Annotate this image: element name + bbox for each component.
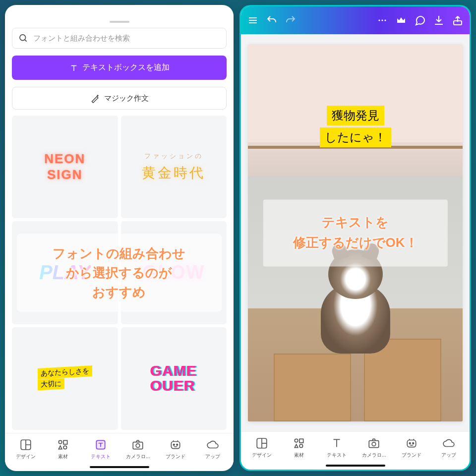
cloud-icon (442, 437, 455, 450)
undo-icon[interactable] (266, 14, 278, 26)
svg-point-18 (381, 19, 383, 21)
nav-design[interactable]: デザイン (7, 438, 45, 460)
yourself-text: あなたらしさを大切に (38, 366, 92, 390)
nav-text[interactable]: テキスト (82, 438, 119, 460)
svg-point-13 (177, 444, 178, 446)
nav-design[interactable]: デザイン (243, 437, 281, 459)
svg-point-31 (413, 443, 414, 444)
instruction-overlay: フォントの組み合わせ から選択するのが おすすめ (16, 234, 222, 312)
font-tile-gameover[interactable]: GAMEOUER (121, 327, 227, 430)
status-bar (5, 5, 234, 19)
crown-icon[interactable] (395, 14, 407, 26)
camera-icon (131, 438, 144, 451)
text-icon (94, 438, 107, 451)
svg-point-10 (136, 444, 140, 448)
font-combo-grid: NEONSIGN ファッションの 黄金時代 PLAY GLOW あなたらしさを大… (5, 113, 234, 433)
nav-elements[interactable]: 素材 (281, 437, 318, 459)
search-placeholder: フォントと組み合わせを検索 (33, 34, 130, 43)
svg-rect-29 (407, 440, 416, 447)
svg-point-28 (372, 442, 376, 446)
font-tile-golden[interactable]: ファッションの 黄金時代 (121, 116, 227, 218)
magic-write-label: マジック作文 (104, 94, 149, 103)
redo-icon[interactable] (285, 14, 297, 26)
cloud-icon (206, 438, 219, 451)
text-icon (69, 63, 78, 72)
svg-point-30 (409, 443, 411, 444)
nav-upload[interactable]: アップ (430, 437, 468, 459)
text-icon (330, 437, 343, 450)
svg-point-5 (59, 440, 62, 444)
svg-point-19 (384, 19, 386, 21)
svg-point-17 (378, 19, 380, 21)
screenshot-text-panel: フォントと組み合わせを検索 テキストボックスを追加 マジック作文 NEONSIG… (5, 5, 234, 471)
svg-line-1 (25, 40, 27, 42)
add-textbox-label: テキストボックスを追加 (82, 62, 170, 73)
editor-toolbar (241, 6, 470, 34)
bottom-nav: デザイン 素材 テキスト カメラロ... ブランド アップ (241, 431, 470, 461)
sheet-handle[interactable] (110, 21, 129, 23)
photo-caption[interactable]: 獲物発見したにゃ！ (320, 105, 391, 148)
svg-rect-11 (171, 442, 179, 449)
shapes-icon (57, 438, 69, 451)
golden-text: ファッションの 黄金時代 (142, 152, 205, 182)
screenshot-editor: 獲物発見したにゃ！ テキストを修正するだけでOK！ デザイン 素材 テキスト カ… (239, 5, 471, 471)
svg-point-0 (20, 35, 26, 41)
svg-point-12 (173, 444, 175, 446)
svg-rect-9 (133, 442, 143, 449)
neon-text: NEONSIGN (44, 151, 85, 182)
comment-icon[interactable] (414, 14, 426, 26)
camera-icon (367, 437, 380, 450)
download-icon[interactable] (433, 14, 445, 26)
svg-rect-25 (299, 439, 303, 443)
brand-icon (405, 437, 418, 450)
nav-upload[interactable]: アップ (194, 438, 232, 460)
home-indicator[interactable] (90, 466, 149, 468)
instruction-overlay: テキストを修正するだけでOK！ (263, 199, 447, 266)
shapes-icon (293, 437, 305, 450)
svg-point-24 (295, 439, 298, 442)
more-icon[interactable] (376, 14, 388, 26)
svg-rect-27 (369, 441, 379, 448)
brand-icon (169, 438, 182, 451)
svg-point-7 (63, 446, 67, 449)
nav-brand[interactable]: ブランド (393, 437, 430, 459)
nav-elements[interactable]: 素材 (45, 438, 82, 460)
gameover-text: GAMEOUER (150, 363, 197, 393)
home-indicator[interactable] (326, 465, 385, 467)
font-tile-neon[interactable]: NEONSIGN (12, 116, 118, 218)
canvas-area[interactable]: 獲物発見したにゃ！ テキストを修正するだけでOK！ (241, 34, 470, 431)
nav-text[interactable]: テキスト (318, 437, 356, 459)
template-icon (255, 437, 268, 450)
add-textbox-button[interactable]: テキストボックスを追加 (12, 56, 227, 80)
svg-point-26 (299, 444, 303, 448)
search-input[interactable]: フォントと組み合わせを検索 (12, 28, 227, 49)
nav-brand[interactable]: ブランド (157, 438, 194, 460)
design-canvas[interactable]: 獲物発見したにゃ！ テキストを修正するだけでOK！ (248, 44, 463, 421)
template-icon (19, 438, 32, 451)
search-icon (18, 33, 28, 43)
share-icon[interactable] (452, 14, 464, 26)
bottom-nav: デザイン 素材 テキスト カメラロ... ブランド アップ (5, 433, 234, 462)
svg-rect-6 (63, 440, 67, 444)
nav-camera[interactable]: カメラロ... (356, 437, 393, 459)
menu-icon[interactable] (247, 14, 259, 26)
nav-camera[interactable]: カメラロ... (119, 438, 157, 460)
magic-wand-icon (90, 93, 100, 103)
magic-write-button[interactable]: マジック作文 (12, 87, 227, 110)
font-tile-yourself[interactable]: あなたらしさを大切に (12, 327, 118, 430)
